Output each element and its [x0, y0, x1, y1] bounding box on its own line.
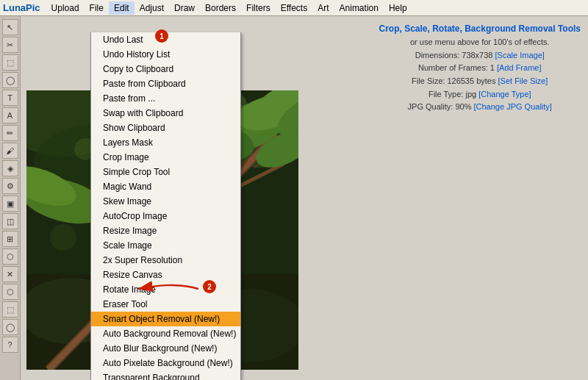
menu-layers-mask[interactable]: Layers Mask [91, 135, 240, 150]
menu-magic-wand[interactable]: Magic Wand [91, 179, 240, 194]
menu-edit[interactable]: Edit [109, 1, 135, 15]
menu-scale-image[interactable]: Scale Image [91, 238, 240, 253]
tool-sharpen[interactable]: ⊞ [2, 231, 18, 247]
tool-text[interactable]: T [2, 90, 18, 106]
edit-dropdown-menu: Undo Last Undo History List Copy to Clip… [90, 32, 241, 380]
menu-smart-object-removal[interactable]: Smart Object Removal (New!) [91, 312, 240, 326]
annotation-circle-1: 1 [155, 29, 168, 43]
menu-paste-clipboard[interactable]: Paste from Clipboard [91, 76, 240, 91]
tool-select[interactable]: ↖ [2, 19, 18, 35]
info-title-link[interactable]: Crop, Scale, Rotate, Background Removal … [379, 24, 581, 34]
tool-help[interactable]: ? [2, 337, 18, 353]
menu-help[interactable]: Help [384, 1, 412, 15]
tool-eyedrop[interactable]: ⚙ [2, 178, 18, 194]
tool-text2[interactable]: A [2, 107, 18, 123]
scale-image-link[interactable]: [Scale Image] [495, 51, 545, 60]
tool-rect[interactable]: ⬚ [2, 54, 18, 71]
info-frames: Number of Frames: 1 [Add Frame] [379, 62, 581, 75]
menu-simple-crop[interactable]: Simple Crop Tool [91, 165, 240, 179]
info-filetype: File Type: jpg [Change Type] [379, 88, 581, 101]
menu-auto-pixelate-bg[interactable]: Auto Pixelate Background (New!) [91, 356, 240, 370]
info-panel: Crop, Scale, Rotate, Background Removal … [379, 22, 581, 114]
menu-auto-blur-bg[interactable]: Auto Blur Background (New!) [91, 341, 240, 356]
menu-effects[interactable]: Effects [276, 1, 312, 15]
change-quality-link[interactable]: [Change JPG Quality] [474, 102, 552, 111]
change-type-link[interactable]: [Change Type] [478, 90, 531, 98]
tool-ellipse[interactable]: ◯ [2, 72, 18, 88]
info-quality: JPG Quality: 90% [Change JPG Quality] [379, 101, 581, 114]
info-dimensions: Dimensions: 738x738 [Scale Image] [379, 49, 581, 62]
menu-paste-from[interactable]: Paste from ... [91, 91, 240, 106]
set-file-size-link[interactable]: [Set File Size] [498, 76, 548, 85]
tool-hex[interactable]: ⬡ [2, 284, 18, 300]
main-layout: ↖ ✂ ⬚ ◯ T A ✏ 🖌 ◈ ⚙ ▣ ◫ ⊞ ⬡ ✕ ⬡ ⬚ ◯ ? Cr… [0, 16, 588, 380]
menubar: LunaPic Upload File Edit Adjust Draw Bor… [0, 0, 588, 16]
menu-file[interactable]: File [85, 1, 109, 15]
menu-super-resolution[interactable]: 2x Super Resolution [91, 253, 240, 268]
annotation-circle-2: 2 [203, 280, 216, 293]
menu-filters[interactable]: Filters [241, 1, 276, 15]
menu-undo-history[interactable]: Undo History List [91, 47, 240, 62]
tool-circle2[interactable]: ◯ [2, 319, 18, 335]
tool-crop[interactable]: ✂ [2, 37, 18, 53]
info-filesize: File Size: 126535 bytes [Set File Size] [379, 75, 581, 88]
menu-draw[interactable]: Draw [169, 1, 200, 15]
menu-upload[interactable]: Upload [46, 1, 85, 15]
content-area: Crop, Scale, Rotate, Background Removal … [21, 16, 588, 380]
left-toolbar: ↖ ✂ ⬚ ◯ T A ✏ 🖌 ◈ ⚙ ▣ ◫ ⊞ ⬡ ✕ ⬡ ⬚ ◯ ? [0, 16, 21, 380]
tool-polygon[interactable]: ⬡ [2, 248, 18, 265]
menu-borders[interactable]: Borders [200, 1, 241, 15]
arrow-annotation [132, 279, 202, 301]
menu-animation[interactable]: Animation [334, 1, 384, 15]
tool-fill[interactable]: ◈ [2, 160, 18, 176]
tool-blur[interactable]: ◫ [2, 213, 18, 229]
menu-art[interactable]: Art [312, 1, 334, 15]
tool-eraser[interactable]: ✕ [2, 266, 18, 282]
info-subtitle: or use menu above for 100's of effects. [379, 36, 581, 49]
menu-transparent-bg[interactable]: Transparent Background [91, 370, 240, 380]
tool-paint[interactable]: 🖌 [2, 143, 18, 159]
add-frame-link[interactable]: [Add Frame] [497, 63, 542, 72]
app-logo: LunaPic [3, 2, 40, 13]
menu-crop-image[interactable]: Crop Image [91, 150, 240, 165]
menu-skew-image[interactable]: Skew Image [91, 194, 240, 209]
menu-copy-clipboard[interactable]: Copy to Clipboard [91, 62, 240, 76]
tool-rect2[interactable]: ⬚ [2, 301, 18, 318]
menu-autocrop[interactable]: AutoCrop Image [91, 209, 240, 223]
menu-auto-bg-removal[interactable]: Auto Background Removal (New!) [91, 326, 240, 341]
tool-pencil[interactable]: ✏ [2, 125, 18, 141]
menu-swap-clipboard[interactable]: Swap with Clipboard [91, 106, 240, 121]
menu-adjust[interactable]: Adjust [135, 1, 169, 15]
svg-point-41 [50, 224, 76, 251]
tool-clone[interactable]: ▣ [2, 196, 18, 212]
menu-resize-image[interactable]: Resize Image [91, 223, 240, 238]
menu-show-clipboard[interactable]: Show Clipboard [91, 121, 240, 135]
